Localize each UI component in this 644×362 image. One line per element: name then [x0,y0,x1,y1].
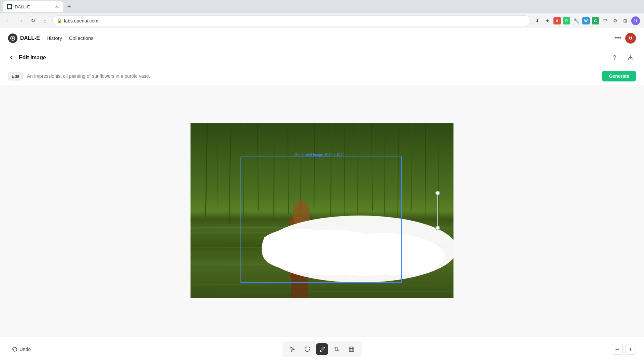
undo-label: Undo [19,347,31,352]
slider-bottom-handle[interactable] [435,226,440,230]
slider-track [437,195,438,226]
brush-tool-button[interactable] [316,343,328,355]
generate-button[interactable]: Generate [602,71,636,81]
help-button[interactable]: ? [609,52,620,63]
crop-tool-button[interactable] [331,343,343,355]
app-container: DALL-E History Collections ••• U Edit im… [0,28,644,362]
prompt-bar: Edit Generate [0,67,644,85]
edit-mode-badge: Edit [8,72,23,80]
profile-avatar[interactable]: U [631,16,640,25]
extensions-icon[interactable]: ⬇ [533,17,541,25]
app-name: DALL-E [20,35,40,41]
back-button[interactable]: ← [4,16,13,25]
reload-button[interactable]: ↻ [28,16,38,25]
home-button[interactable]: ⌂ [40,16,50,25]
svg-line-8 [274,123,274,221]
brush-size-slider[interactable] [435,191,440,231]
ext2-icon[interactable]: P [563,17,570,24]
tools-group [282,341,362,357]
svg-text:Generated Image 1024 x 1024: Generated Image 1024 x 1024 [294,153,344,157]
slider-top-handle[interactable] [435,191,440,195]
address-bar[interactable]: 🔒 labs.openai.com [52,15,531,26]
header-right: ••• U [615,33,636,44]
rotate-tool-button[interactable] [301,343,313,355]
zoom-in-button[interactable]: + [625,344,636,355]
more-options-button[interactable]: ••• [615,35,621,42]
tab-title: DALL-E [15,4,51,9]
tab-favicon [7,4,12,9]
svg-point-1 [12,37,13,39]
app-logo: DALL-E [8,34,40,43]
image-container[interactable]: Generated Image 1024 x 1024 [191,123,453,298]
ext5-icon[interactable]: G [592,17,599,24]
edit-header-actions: ? [609,52,636,63]
nav-collections[interactable]: Collections [69,35,93,41]
download-button[interactable] [625,52,636,63]
canvas-area: Generated Image 1024 x 1024 [0,85,644,336]
svg-rect-39 [349,347,354,352]
ext4-icon[interactable]: W [582,17,590,24]
canvas-image: Generated Image 1024 x 1024 [191,123,453,298]
svg-line-14 [358,123,358,214]
url-text: labs.openai.com [64,18,98,23]
nav-history[interactable]: History [47,35,62,41]
prompt-input[interactable] [27,73,598,79]
edit-header: Edit image ? [0,48,644,67]
bookmark-icon[interactable]: ★ [543,17,551,25]
svg-point-0 [8,5,11,9]
app-header: DALL-E History Collections ••• U [0,28,644,48]
settings-icon[interactable]: ⚙ [611,17,619,25]
lock-icon: 🔒 [57,18,62,23]
new-tab-button[interactable]: + [64,2,74,11]
back-button[interactable] [8,54,15,61]
forward-button[interactable]: → [16,16,25,25]
toolbar-extensions: ⬇ ★ A P 🔧 W G 🛡 ⚙ ⊞ U [533,16,640,25]
zoom-controls: − + [612,344,636,355]
edit-image-title: Edit image [19,55,46,61]
user-avatar[interactable]: U [625,33,636,44]
zoom-out-button[interactable]: − [612,344,623,355]
logo-icon [8,34,17,43]
grid-icon[interactable]: ⊞ [621,17,629,25]
browser-tab[interactable]: DALL-E ✕ [3,1,63,12]
svg-line-18 [411,123,412,210]
ext3-icon[interactable]: 🔧 [572,17,580,25]
expand-tool-button[interactable] [345,343,358,355]
bottom-toolbar: Undo − + [0,336,644,362]
ext6-icon[interactable]: 🛡 [601,17,609,25]
svg-line-12 [331,123,331,221]
tab-close-button[interactable]: ✕ [54,4,59,9]
svg-line-16 [384,123,385,221]
undo-button[interactable]: Undo [8,344,35,355]
ext1-icon[interactable]: A [553,17,561,24]
select-tool-button[interactable] [286,343,299,355]
